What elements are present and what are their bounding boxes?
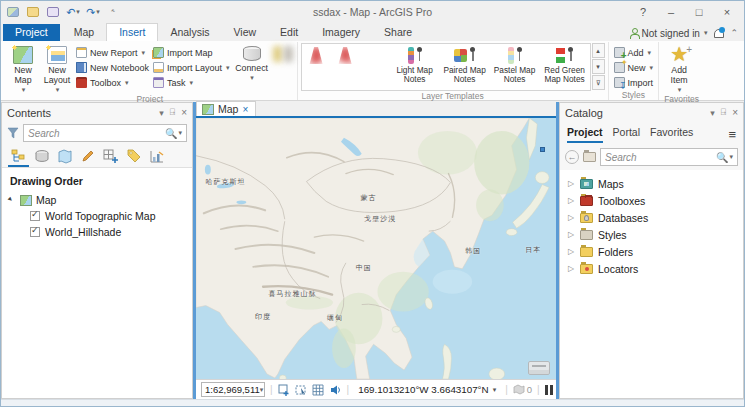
filter-icon[interactable] bbox=[7, 127, 19, 139]
tab-map[interactable]: Map bbox=[62, 24, 106, 41]
panel-close-icon[interactable]: × bbox=[732, 107, 738, 118]
task-button[interactable]: Task▾ bbox=[151, 75, 232, 90]
list-by-editing-icon[interactable] bbox=[77, 147, 98, 167]
help-button[interactable]: ? bbox=[630, 3, 656, 21]
back-icon[interactable]: ← bbox=[565, 150, 579, 164]
map-note-marker[interactable] bbox=[540, 147, 545, 152]
layer-world-hillshade[interactable]: World_Hillshade bbox=[2, 224, 192, 240]
list-by-data-source-icon[interactable] bbox=[31, 147, 52, 167]
layer-checkbox[interactable] bbox=[30, 227, 40, 237]
list-by-charts-icon[interactable] bbox=[146, 147, 167, 167]
catalog-item-styles[interactable]: ▷ Styles bbox=[560, 226, 743, 243]
import-layout-button[interactable]: Import Layout▾ bbox=[151, 60, 232, 75]
tab-imagery[interactable]: Imagery bbox=[310, 24, 372, 41]
speaker-icon[interactable] bbox=[329, 384, 342, 396]
styles-new-button[interactable]: New▾ bbox=[612, 60, 656, 75]
catalog-item-toolboxes[interactable]: ▷ Toolboxes bbox=[560, 192, 743, 209]
tab-insert[interactable]: Insert bbox=[106, 23, 158, 41]
undo-button[interactable]: ↶▾ bbox=[65, 5, 81, 19]
pause-drawing-icon[interactable] bbox=[545, 385, 553, 395]
gallery-expand-icon[interactable]: ⊽ bbox=[592, 75, 605, 90]
tab-project[interactable]: Project bbox=[3, 24, 60, 41]
catalog-item-databases[interactable]: ▷ Databases bbox=[560, 209, 743, 226]
save-project-icon[interactable] bbox=[45, 5, 61, 19]
select-features-icon[interactable] bbox=[295, 384, 308, 396]
new-report-button[interactable]: New Report▾ bbox=[74, 45, 151, 60]
open-project-icon[interactable] bbox=[25, 5, 41, 19]
new-layout-button[interactable]: New Layout▾ bbox=[40, 42, 74, 94]
sign-in-status[interactable]: Not signed in ▾ bbox=[629, 28, 708, 39]
expander-icon[interactable]: ▷ bbox=[568, 179, 575, 188]
grid-icon[interactable] bbox=[312, 384, 325, 396]
search-icon[interactable]: 🔍 bbox=[165, 128, 177, 139]
list-by-labeling-icon[interactable] bbox=[100, 147, 121, 167]
expander-icon[interactable]: ▷ bbox=[568, 230, 575, 239]
list-by-label-class-icon[interactable] bbox=[123, 147, 144, 167]
catalog-tab-favorites[interactable]: Favorites bbox=[650, 126, 693, 143]
close-view-icon[interactable]: × bbox=[242, 104, 248, 115]
gallery-item-pastel-map-notes[interactable]: Pastel Map Notes bbox=[490, 44, 540, 90]
close-button[interactable]: × bbox=[714, 3, 740, 21]
list-by-drawing-order-icon[interactable] bbox=[8, 147, 29, 167]
tab-view[interactable]: View bbox=[222, 24, 269, 41]
window-controls: ? – □ × bbox=[630, 3, 740, 21]
catalog-item-locators[interactable]: ▷ Locators bbox=[560, 260, 743, 277]
expander-icon[interactable]: ▷ bbox=[568, 196, 575, 205]
onscreen-keyboard-icon[interactable] bbox=[528, 361, 550, 375]
expander-icon[interactable]: ▷ bbox=[568, 247, 575, 256]
map-canvas[interactable]: 哈萨克斯坦蒙古戈壁沙漠中国喜马拉雅山脉印度缅甸韩国日本 bbox=[196, 118, 556, 379]
pin-icon[interactable]: ⍈ bbox=[170, 107, 175, 118]
panel-close-icon[interactable]: × bbox=[181, 107, 187, 118]
panel-menu-icon[interactable]: ▾ bbox=[159, 108, 164, 118]
new-project-icon[interactable] bbox=[5, 5, 21, 19]
expander-icon[interactable]: ▷ bbox=[568, 213, 575, 222]
toolbox-button[interactable]: Toolbox▾ bbox=[74, 75, 151, 90]
catalog-tab-project[interactable]: Project bbox=[567, 126, 603, 143]
map-tree-node[interactable]: ▸ Map bbox=[2, 192, 192, 208]
styles-add-button[interactable]: Add▾ bbox=[612, 45, 656, 60]
new-notebook-button[interactable]: New Notebook bbox=[74, 60, 151, 75]
collapse-ribbon-icon[interactable]: ⌃ bbox=[730, 28, 738, 38]
catalog-menu-icon[interactable]: ≡ bbox=[728, 127, 736, 142]
layer-checkbox[interactable] bbox=[30, 211, 40, 221]
notifications-bell-icon[interactable] bbox=[713, 27, 724, 39]
gallery-item-light-map-notes[interactable]: Light Map Notes bbox=[390, 44, 440, 90]
selected-features-count[interactable]: 0 bbox=[513, 384, 532, 395]
search-icon[interactable]: 🔍 bbox=[716, 152, 728, 163]
gallery-scroll-down-icon[interactable]: ▾ bbox=[592, 59, 605, 74]
customize-qat-icon[interactable]: ⸛ bbox=[105, 5, 121, 19]
gallery-scroll-up-icon[interactable]: ▴ bbox=[592, 43, 605, 58]
gallery-item-red-green-map-notes[interactable]: Red Green Map Notes bbox=[540, 44, 590, 90]
pin-icon[interactable]: ⍈ bbox=[721, 107, 726, 118]
layer-world-topographic-map[interactable]: World Topographic Map bbox=[2, 208, 192, 224]
connect-button[interactable]: Connect▾ bbox=[232, 42, 272, 82]
panel-menu-icon[interactable]: ▾ bbox=[710, 108, 715, 118]
expander-icon[interactable]: ▸ bbox=[6, 194, 18, 206]
catalog-tab-portal[interactable]: Portal bbox=[613, 126, 640, 143]
expander-icon[interactable]: ▷ bbox=[568, 264, 575, 273]
maximize-button[interactable]: □ bbox=[686, 3, 712, 21]
maps-folder-icon bbox=[580, 179, 593, 189]
tab-share[interactable]: Share bbox=[372, 24, 424, 41]
map-scale-dropdown[interactable]: 1:62,969,511 ▾ bbox=[201, 382, 265, 397]
list-by-selection-icon[interactable] bbox=[54, 147, 75, 167]
catalog-item-folders[interactable]: ▷ Folders bbox=[560, 243, 743, 260]
add-item-button[interactable]: ★ Add Item▾ bbox=[662, 42, 696, 94]
up-one-level-icon[interactable] bbox=[583, 152, 596, 162]
coordinates-dropdown-icon[interactable]: ▾ bbox=[493, 386, 497, 394]
catalog-search-input[interactable] bbox=[605, 152, 716, 163]
bookmark-add-icon[interactable] bbox=[278, 384, 291, 396]
redo-button[interactable]: ↷▾ bbox=[85, 5, 101, 19]
import-map-button[interactable]: Import Map bbox=[151, 45, 232, 60]
contents-search-input[interactable] bbox=[28, 128, 165, 139]
gallery-item-paired-map-notes[interactable]: Paired Map Notes bbox=[440, 44, 490, 90]
map-view-tab[interactable]: Map × bbox=[196, 101, 256, 116]
minimize-button[interactable]: – bbox=[658, 3, 684, 21]
catalog-item-maps[interactable]: ▷ Maps bbox=[560, 175, 743, 192]
new-map-button[interactable]: New Map▾ bbox=[6, 42, 40, 94]
coordinates-display[interactable]: 169.1013210°W 3.6643107°N ▾ bbox=[358, 384, 496, 395]
tab-analysis[interactable]: Analysis bbox=[158, 24, 221, 41]
styles-import-button[interactable]: Import bbox=[612, 75, 656, 90]
toolbox-icon bbox=[76, 77, 87, 88]
tab-edit[interactable]: Edit bbox=[268, 24, 310, 41]
